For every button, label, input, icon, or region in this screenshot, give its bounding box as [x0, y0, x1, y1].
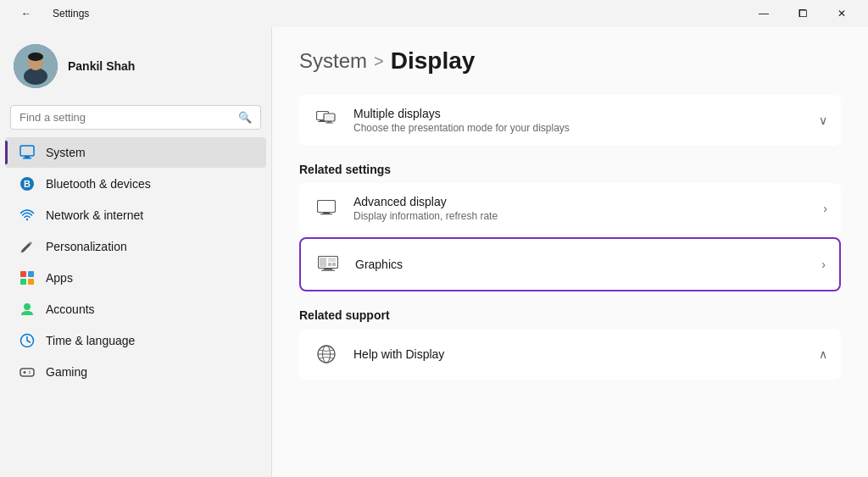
advanced-display-text: Advanced display Display information, re… [353, 195, 810, 222]
avatar [14, 44, 58, 88]
time-icon [19, 332, 36, 349]
svg-rect-37 [321, 270, 335, 271]
svg-rect-5 [20, 146, 34, 156]
svg-rect-35 [332, 263, 336, 266]
setting-graphics[interactable]: Graphics › [299, 237, 841, 291]
related-support-label: Related support [299, 308, 841, 322]
svg-point-15 [24, 303, 31, 310]
search-icon: 🔍 [238, 111, 252, 124]
advanced-display-icon [313, 195, 340, 222]
breadcrumb-system: System [299, 49, 367, 73]
sidebar-item-label-accounts: Accounts [46, 302, 95, 316]
apps-icon [19, 269, 36, 286]
titlebar-left: ← Settings [7, 0, 89, 27]
svg-rect-12 [28, 271, 34, 277]
svg-point-4 [28, 53, 43, 61]
sidebar-item-network[interactable]: Network & internet [5, 200, 266, 230]
back-button[interactable]: ← [7, 0, 46, 27]
svg-point-10 [26, 219, 28, 220]
close-icon: ✕ [837, 8, 846, 19]
sidebar-item-system[interactable]: System [5, 137, 266, 168]
svg-rect-36 [324, 269, 332, 270]
sidebar-item-label-bluetooth: Bluetooth & devices [46, 177, 151, 191]
advanced-display-desc: Display information, refresh rate [353, 210, 810, 222]
svg-rect-6 [25, 156, 30, 158]
sidebar-item-label-apps: Apps [46, 271, 73, 285]
breadcrumb-separator: > [374, 52, 384, 71]
profile[interactable]: Pankil Shah [0, 34, 271, 105]
svg-point-20 [29, 371, 31, 373]
accounts-icon [19, 301, 36, 318]
sidebar-item-label-time: Time & language [46, 334, 135, 347]
svg-rect-25 [324, 114, 335, 121]
close-button[interactable]: ✕ [822, 0, 861, 27]
maximize-button[interactable]: ⧠ [783, 0, 822, 27]
network-icon [19, 207, 36, 224]
related-settings-label: Related settings [299, 163, 841, 176]
sidebar-item-label-gaming: Gaming [46, 365, 87, 379]
help-display-chevron: ∧ [819, 347, 827, 361]
multiple-displays-title: Multiple displays [353, 107, 805, 120]
sidebar: Pankil Shah 🔍 System [0, 27, 271, 477]
graphics-title: Graphics [355, 258, 808, 271]
graphics-text: Graphics [355, 258, 808, 271]
breadcrumb: System > Display [299, 47, 841, 75]
graphics-icon [314, 251, 342, 278]
multiple-displays-chevron: ∨ [819, 114, 827, 127]
titlebar: ← Settings — ⧠ ✕ [0, 0, 868, 27]
avatar-image [14, 44, 58, 88]
profile-name: Pankil Shah [68, 59, 135, 73]
sidebar-item-personalization[interactable]: Personalization [5, 231, 266, 262]
setting-help-display[interactable]: Help with Display ∧ [299, 329, 841, 380]
svg-rect-11 [20, 271, 26, 277]
titlebar-title: Settings [53, 8, 89, 19]
svg-rect-13 [20, 279, 26, 285]
advanced-display-chevron: › [823, 202, 827, 215]
sidebar-item-time[interactable]: Time & language [5, 325, 266, 356]
sidebar-item-bluetooth[interactable]: B Bluetooth & devices [5, 169, 266, 199]
sidebar-item-gaming[interactable]: Gaming [5, 357, 266, 387]
multiple-displays-desc: Choose the presentation mode for your di… [353, 122, 805, 134]
svg-rect-27 [326, 123, 333, 124]
sidebar-item-label-personalization: Personalization [46, 240, 127, 253]
svg-rect-26 [327, 121, 331, 123]
svg-rect-29 [323, 213, 330, 214]
help-display-title: Help with Display [353, 347, 805, 361]
sidebar-item-label-network: Network & internet [46, 208, 143, 222]
sidebar-item-accounts[interactable]: Accounts [5, 294, 266, 324]
nav-list: System B Bluetooth & devices [0, 136, 271, 388]
help-display-icon [313, 341, 340, 368]
titlebar-controls: — ⧠ ✕ [744, 0, 861, 27]
multiple-displays-text: Multiple displays Choose the presentatio… [353, 107, 805, 134]
svg-rect-30 [320, 214, 332, 214]
minimize-button[interactable]: — [744, 0, 783, 27]
advanced-display-title: Advanced display [353, 195, 810, 208]
content-area: System > Display Multiple displays Choos… [271, 27, 868, 477]
personalization-icon [19, 238, 36, 255]
sidebar-item-apps[interactable]: Apps [5, 263, 266, 293]
search-input[interactable] [19, 111, 231, 124]
svg-rect-17 [20, 369, 34, 376]
setting-multiple-displays[interactable]: Multiple displays Choose the presentatio… [299, 95, 841, 146]
help-display-text: Help with Display [353, 347, 805, 361]
svg-point-21 [29, 373, 31, 374]
system-icon [19, 144, 36, 161]
back-icon: ← [21, 8, 31, 19]
sidebar-item-label-system: System [46, 146, 86, 159]
multiple-displays-icon [313, 107, 340, 134]
svg-rect-34 [328, 263, 331, 266]
setting-advanced-display[interactable]: Advanced display Display information, re… [299, 183, 841, 234]
svg-rect-32 [320, 258, 326, 267]
svg-rect-28 [318, 201, 336, 213]
bluetooth-icon: B [19, 175, 36, 192]
svg-rect-14 [28, 279, 34, 285]
breadcrumb-current: Display [391, 47, 476, 75]
minimize-icon: — [759, 8, 769, 19]
graphics-chevron: › [821, 258, 826, 271]
svg-text:B: B [24, 179, 31, 189]
search-box[interactable]: 🔍 [10, 105, 261, 130]
svg-rect-33 [328, 258, 336, 262]
svg-rect-7 [23, 158, 31, 159]
gaming-icon [19, 363, 36, 380]
app-body: Pankil Shah 🔍 System [0, 27, 868, 477]
